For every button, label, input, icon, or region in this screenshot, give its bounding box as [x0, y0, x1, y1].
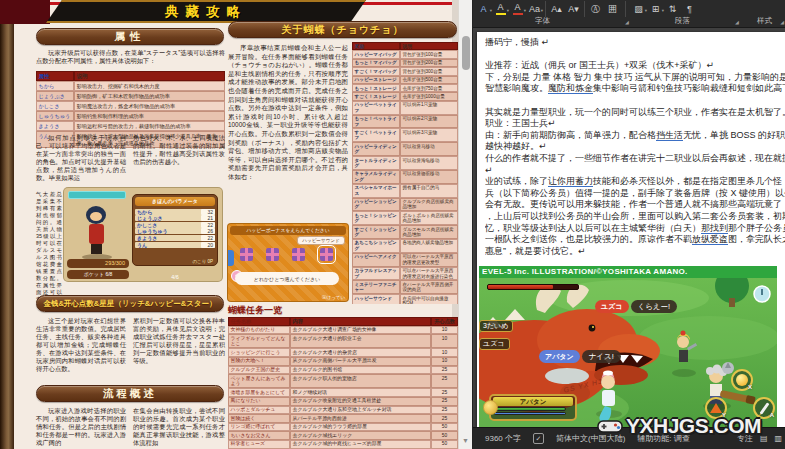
- document-line: ↵: [485, 165, 785, 177]
- section-title: 流程概述: [103, 387, 157, 401]
- table-header-cell: 说明: [400, 42, 458, 50]
- table-cell: 22: [201, 222, 215, 228]
- change-case-icon[interactable]: Aa▾: [526, 1, 543, 17]
- speech-text: ナイス!: [582, 350, 621, 363]
- font-color-icon[interactable]: A▾: [509, 1, 526, 17]
- stats-screenshot: きほんのパラメータ ちから32じょうぶさ21かしこさ22しゅうちゅう26きようさ…: [64, 188, 222, 281]
- document-line: 兵（以下简称公务员）值得一提的是，副手除了装备盾牌（按 X 键使用）以外，还可以: [485, 188, 785, 200]
- table-cell: きようさ: [36, 121, 74, 131]
- table-cell: 去クルブルク城找エリック: [290, 431, 431, 440]
- text-highlight-icon[interactable]: A▾: [492, 1, 509, 17]
- document-line: 职业：王国士兵↵: [485, 118, 785, 130]
- ribbon-group-paragraph[interactable]: 段落: [675, 16, 690, 26]
- table-row: もっと！ストレージ仓库扩张到750容量: [352, 84, 458, 92]
- quest-list-title: 蝴蝶任务一览: [228, 304, 282, 317]
- shrink-font-icon[interactable]: A▾: [565, 1, 582, 17]
- text-run: 什么的作者就不提了，一些细节作者在讲完十二职业以后会再叙述，现在就提提什么迅: [485, 153, 785, 163]
- font-box-icon[interactable]: A▾: [475, 1, 492, 17]
- table-row: スペシャルマイホース拥有属于自己的马: [352, 184, 458, 198]
- table-row: すごく！ストレージ仓库扩张到1000容量: [352, 92, 458, 100]
- flow-paragraph-left: 玩家进入游戏时选择的职业不同，初始的故事会有不同的剧情和任务。但是之后的主线剧情…: [36, 407, 126, 447]
- table-cell: もっと！ペットライフ: [352, 115, 400, 129]
- player-name: アバタン: [493, 397, 573, 406]
- print-layout-icon[interactable]: ▥: [774, 434, 782, 443]
- speaker-icon: [228, 250, 234, 266]
- borders-icon[interactable]: ⊞▾: [647, 1, 664, 17]
- section-title: 属性: [115, 30, 146, 44]
- gift-box-icon-selected: [320, 248, 333, 261]
- table-row: 科学者ヒューズ去クルブルク城的中庭找ヒューズ的部屋50: [228, 440, 458, 449]
- word-window[interactable]: A▾A▾A▾Aa▾A▴A▾Ⓐ囲▨▾⊞▾⇅¶ 字体 ◢ 段落 ◢ 样式 ◢ 播码宁…: [472, 0, 785, 449]
- sort-icon[interactable]: ⇅: [664, 1, 681, 17]
- table-cell: 25: [431, 406, 458, 415]
- pdf-viewer-pane[interactable]: 典藏攻略 属性 玩家升级后可以获得点数，在菜单“ステータス”选项可以选择将点数分…: [0, 0, 458, 449]
- table-cell: 去クルブルク大通り的职业工会: [290, 334, 431, 348]
- document-page[interactable]: 播码宁，慢插 ↵ 业推荐：近战（佣兵 or 国王士兵）+双采（伐木+采矿）↵下，…: [477, 32, 785, 427]
- pdf-scrollbar[interactable]: ▼: [458, 0, 472, 449]
- document-line: 忆，职业等级达到达人以后可以在主城繁华街（白天）那找到那个胖子公务员，他会给: [485, 223, 785, 235]
- ribbon-group-styles[interactable]: 样式: [757, 16, 772, 26]
- table-cell: 50: [431, 431, 458, 440]
- table-header-cell: 说明: [74, 71, 225, 81]
- shrink-font-icon: A▾: [568, 5, 579, 14]
- ribbon-group-font[interactable]: 字体: [535, 16, 550, 26]
- table-cell: 25: [431, 388, 458, 397]
- shading-icon: ▨: [634, 5, 643, 14]
- enemy-hp-bar: [487, 284, 579, 290]
- table-cell: すごく！ショッピング: [352, 225, 400, 239]
- document-line: 一根队长之剑送你，也是比较强力的。原谅作者不羁放纵爱盗图，拿完队长之剑以后就: [485, 234, 785, 246]
- table-cell: ハッピーマイバッグ: [352, 50, 400, 58]
- table-cell: 背包扩张到100容量: [400, 50, 458, 58]
- table-row: ハッピーライディング可以租赁马移动: [352, 142, 458, 156]
- show-marks-icon[interactable]: ¶: [681, 1, 698, 17]
- embedded-game-image[interactable]: 3だいめ ユズコ ユズコ くらえー! アバタン ナイス! アバタン: [479, 278, 777, 427]
- table-cell: じょうぶさ: [36, 91, 74, 101]
- table-row: 風になりたい去クルブルク喷泉附近的交通工具租赁处25: [228, 397, 458, 406]
- party-label-yuzuko: ユズコ: [479, 338, 510, 350]
- table-cell: ハッポとダルッチュ: [228, 406, 290, 415]
- ribbon-separator: [625, 1, 626, 17]
- table-row: リンゴ姫に呼ばれて去クルブルク城的ラウラ姫的部屋50: [228, 423, 458, 432]
- section-header-butterfly: 关于蝴蝶（チョウチョ）: [228, 21, 457, 38]
- player-hp-bar: [494, 407, 566, 411]
- grow-font-icon[interactable]: A▴: [548, 1, 565, 17]
- styles-dialog-launcher-icon[interactable]: ◢: [780, 19, 784, 25]
- color-bar: [513, 13, 523, 16]
- table-cell: 可以在パーテル大平原西的理发店更改发型: [400, 253, 458, 267]
- table-cell: あちこちショッピング: [352, 239, 400, 253]
- paragraph-dialog-launcher-icon[interactable]: ◢: [735, 19, 739, 25]
- table-row: キャラメルライディング可以租赁骆驼移动: [352, 170, 458, 184]
- font-dialog-launcher-icon[interactable]: ◢: [625, 19, 629, 25]
- scrollbar-thumb[interactable]: [462, 36, 470, 70]
- proofing-icon[interactable]: ✓: [533, 433, 544, 444]
- bag-capacity: 293/300: [67, 259, 129, 268]
- document-line: [485, 95, 785, 107]
- table-row: しゅうちゅう26: [135, 228, 215, 234]
- enclose-char-icon[interactable]: 囲: [604, 1, 621, 17]
- table-cell: ハッピーショッピング: [352, 198, 400, 212]
- enemy-hp-fill: [488, 285, 553, 289]
- text-run: ↵: [485, 165, 493, 175]
- stats-page-indicator: 4/6: [132, 274, 218, 280]
- character-legs: [91, 244, 102, 254]
- stats-rows: ちから32じょうぶさ21かしこさ22しゅうちゅう26きようさ22うん20: [133, 208, 217, 248]
- table-cell: 女神様のものがたり: [228, 326, 290, 335]
- character-face: [90, 212, 102, 221]
- word-count[interactable]: 9360 个字: [485, 433, 521, 444]
- document-text[interactable]: 播码宁，慢插 ↵ 业推荐：近战（佣兵 or 国王士兵）+双采（伐木+采矿）↵下，…: [485, 37, 785, 257]
- underlined-text: 挡生活: [656, 130, 683, 141]
- attributes-paragraph-left: 如何加点则取决于玩家自己，可以培养平均型角色或者是在某一方面非常突出的独当一面的…: [36, 134, 126, 182]
- shading-icon[interactable]: ▨▾: [630, 1, 647, 17]
- remaining-points: のこり 0P: [192, 259, 213, 264]
- table-cell: 和メグ继续对话: [290, 388, 431, 397]
- table-cell: 仓库扩张到1000容量: [400, 92, 458, 100]
- section-title: 金钱&开心点数&星星（リッチ&ハッピー&スター）: [43, 299, 216, 309]
- table-cell: 从バーテル平原向西前进: [290, 414, 431, 423]
- document-line: 越快神越好。↵: [485, 141, 785, 153]
- table-cell: 21: [201, 215, 215, 221]
- text-highlight-icon: A: [497, 3, 503, 12]
- table-cell: 可以饲养1只宠物: [400, 101, 458, 115]
- char-border-icon[interactable]: Ⓐ: [587, 1, 604, 17]
- scrollbar-down-arrow[interactable]: ▼: [462, 437, 469, 444]
- table-row: きようさ影响远程和弓箭的攻击力，裁缝制作物品的成功率: [36, 121, 225, 131]
